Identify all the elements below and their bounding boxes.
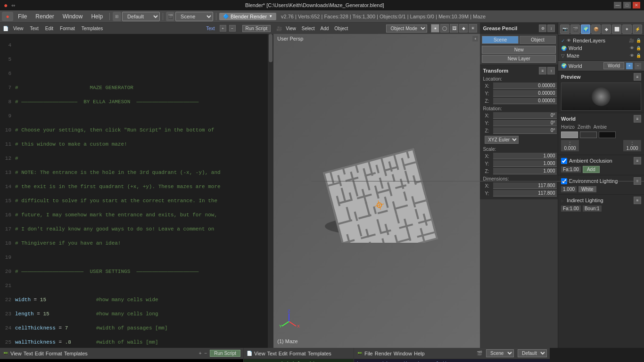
horizon-color-swatch[interactable] — [561, 132, 578, 138]
zenith-color-swatch[interactable] — [580, 132, 597, 138]
console-minus-icon[interactable]: − — [204, 351, 207, 356]
dim-y-input[interactable] — [493, 190, 557, 197]
scale-y-input[interactable] — [493, 160, 557, 167]
scene-icon2[interactable]: 🎬 — [570, 25, 580, 34]
minimize-button[interactable]: — — [614, 2, 621, 8]
mid-templates-menu[interactable]: Templates — [308, 351, 331, 356]
maximize-button[interactable]: □ — [623, 2, 631, 8]
particles-icon[interactable]: ✦ — [622, 25, 632, 34]
world-tab-label: World — [569, 63, 582, 69]
loc-z-input[interactable] — [493, 98, 557, 104]
menu-render[interactable]: Render — [32, 12, 58, 21]
scroll-thumb[interactable] — [269, 34, 272, 62]
add-text-icon[interactable]: + — [220, 25, 226, 32]
transform-settings-icon[interactable]: ≡ — [539, 67, 546, 74]
ao-checkbox[interactable] — [561, 158, 567, 164]
maze-layer-item[interactable]: ▽ Maze 👁 🔒 — [559, 52, 643, 59]
mid-view-menu[interactable]: View — [254, 351, 265, 356]
rot-z-input[interactable] — [493, 127, 557, 134]
scene-select[interactable]: Scene — [175, 12, 213, 21]
workspace-select[interactable]: Default — [122, 12, 160, 21]
preview-settings-icon[interactable]: ≡ — [634, 73, 641, 81]
vp-add-menu[interactable]: Add — [319, 25, 331, 32]
world-remove-icon[interactable]: − — [635, 63, 641, 69]
loc-x-input[interactable] — [493, 82, 557, 89]
rot-y-input[interactable] — [493, 120, 557, 126]
ind-settings-icon[interactable]: ≡ — [634, 197, 641, 204]
physics-icon[interactable]: ⚡ — [633, 25, 642, 34]
code-format-menu[interactable]: Format — [58, 25, 77, 32]
right-workspace-select[interactable]: Default — [518, 349, 547, 357]
new-layer-button[interactable]: New Layer — [482, 55, 556, 63]
run-script-button[interactable]: Run Script — [242, 25, 271, 32]
code-text-menu[interactable]: Text — [28, 25, 41, 32]
console-text-menu[interactable]: Text — [24, 351, 33, 356]
object-icon[interactable]: 📦 — [591, 25, 601, 34]
run-script-btn-bottom[interactable]: Run Script — [210, 350, 240, 357]
tab-scene[interactable]: Scene — [482, 36, 518, 44]
right-render-menu[interactable]: Render — [375, 351, 392, 356]
mid-text-menu[interactable]: Text — [267, 351, 277, 356]
code-area: 4 5 6 7# MAZE GENERATOR 8# —————————————… — [0, 34, 273, 348]
mid-edit-menu[interactable]: Edit — [279, 351, 288, 356]
console-templates-menu[interactable]: Templates — [64, 351, 88, 356]
ao-add-btn[interactable]: Add — [583, 166, 600, 173]
editor-type-icon: 📄 — [3, 26, 8, 31]
new-button[interactable]: New — [482, 46, 556, 54]
mid-format-menu[interactable]: Format — [289, 351, 306, 356]
menu-file[interactable]: File — [14, 12, 31, 21]
console-view-menu[interactable]: View — [10, 351, 22, 356]
vp-select-menu[interactable]: Select — [300, 25, 317, 32]
texture-mode-icon[interactable]: 🖼 — [450, 24, 458, 33]
right-editor-icon: 📟 — [357, 351, 363, 356]
right-help-menu[interactable]: Help — [414, 351, 425, 356]
right-scene-select[interactable]: Scene — [486, 349, 514, 357]
menu-help[interactable]: Help — [87, 12, 107, 21]
console-edit-menu[interactable]: Edit — [35, 351, 44, 356]
solid-mode-icon[interactable]: ● — [431, 24, 439, 33]
render-engine-selector[interactable]: 🔷 Blender Render ▼ — [219, 13, 276, 20]
world-layer-item[interactable]: 🌍 World 👁 🔒 — [559, 44, 643, 52]
rot-x-input[interactable] — [493, 112, 557, 119]
material-icon[interactable]: ◆ — [602, 25, 611, 34]
scale-x-input[interactable] — [493, 153, 557, 159]
right-window-menu[interactable]: Window — [394, 351, 412, 356]
world-tab-world-btn[interactable]: World — [603, 62, 624, 69]
layers-icon-bar: 📷 🎬 🌍 📦 ◆ ⬜ ✦ ⚡ — [558, 23, 644, 36]
viewport-3d[interactable]: User Persp + X Y Z (1) Maze — [273, 34, 480, 348]
wire-mode-icon[interactable]: ◯ — [440, 24, 449, 33]
material-mode-icon[interactable]: ◆ — [459, 24, 468, 33]
world-add-icon[interactable]: + — [626, 63, 633, 69]
scale-z-input[interactable] — [493, 168, 557, 174]
plus-icon[interactable]: + — [472, 36, 478, 41]
rendered-mode-icon[interactable]: ☀ — [469, 24, 477, 33]
ambient-color-swatch[interactable] — [599, 132, 616, 138]
expand-icon[interactable]: ↕ — [547, 25, 555, 32]
console-plus-icon[interactable]: + — [199, 351, 202, 356]
settings-icon[interactable]: ⚙ — [539, 25, 546, 32]
remove-text-icon[interactable]: − — [229, 25, 236, 32]
render-icon[interactable]: 📷 — [560, 25, 570, 34]
world-section-settings-icon[interactable]: ≡ — [634, 115, 641, 123]
dim-x-input[interactable] — [493, 182, 557, 189]
right-scene-icon: 🎬 — [477, 351, 482, 356]
transform-expand-icon[interactable]: ↕ — [547, 67, 555, 74]
tab-object[interactable]: Object — [520, 36, 556, 44]
code-scrollbar[interactable] — [268, 34, 273, 348]
close-button[interactable]: ✕ — [633, 2, 640, 8]
code-edit-menu[interactable]: Edit — [43, 25, 55, 32]
code-view-menu[interactable]: View — [11, 25, 25, 32]
world-icon[interactable]: 🌍 — [581, 25, 590, 34]
ao-settings-icon[interactable]: ≡ — [634, 157, 641, 165]
code-templates-menu[interactable]: Templates — [80, 25, 105, 32]
right-file-menu[interactable]: File — [364, 351, 373, 356]
euler-select[interactable]: XYZ Euler — [485, 136, 519, 144]
console-format-menu[interactable]: Format — [46, 351, 62, 356]
render-layer-item[interactable]: ✓ 👁 RenderLayers 🎥 🔒 — [559, 37, 643, 44]
object-mode-select[interactable]: Object Mode — [386, 25, 427, 33]
texture-icon[interactable]: ⬜ — [612, 25, 621, 34]
loc-y-input[interactable] — [493, 90, 557, 97]
menu-window[interactable]: Window — [59, 12, 87, 21]
vp-object-menu[interactable]: Object — [332, 25, 350, 32]
vp-view-menu[interactable]: View — [284, 25, 298, 32]
